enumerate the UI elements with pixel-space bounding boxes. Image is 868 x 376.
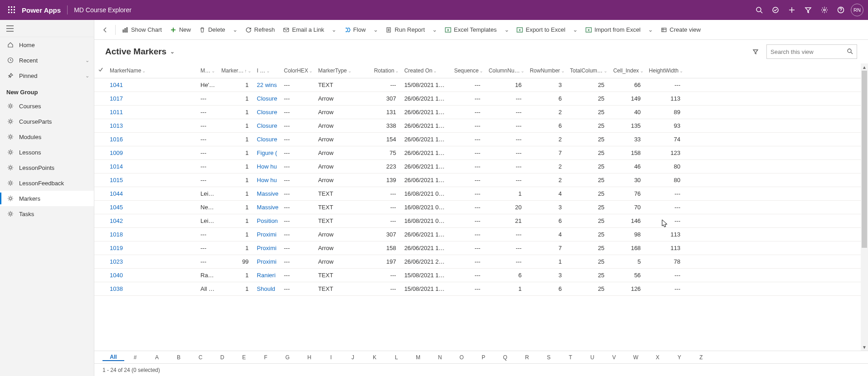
nav-item-lessonpoints[interactable]: LessonPoints (0, 160, 94, 175)
nav-item-markers[interactable]: Markers (0, 191, 94, 206)
alpha-jump-e[interactable]: E (233, 354, 255, 361)
alpha-jump-u[interactable]: U (581, 354, 603, 361)
add-icon[interactable] (784, 2, 800, 18)
column-header[interactable]: TotalColum…⌄ (567, 63, 610, 78)
row-checkbox[interactable] (94, 146, 107, 159)
row-checkbox[interactable] (94, 119, 107, 132)
table-row[interactable]: 1041He'…122 wins---TEXT---15/08/2021 1…-… (94, 78, 861, 92)
nav-recent[interactable]: Recent ⌄ (0, 53, 94, 68)
row-checkbox[interactable] (94, 78, 107, 92)
table-row[interactable]: 1014---1How hu---Arrow22326/06/2021 1…--… (94, 159, 861, 173)
marker-name-link[interactable]: 1015 (110, 177, 123, 183)
related-link[interactable]: Figure ( (257, 149, 277, 156)
alpha-jump-c[interactable]: C (190, 354, 211, 361)
marker-name-link[interactable]: 1044 (110, 190, 123, 197)
chevron-down-icon[interactable]: ⌄ (142, 68, 146, 73)
alpha-jump-k[interactable]: K (364, 354, 385, 361)
alpha-jump-f[interactable]: F (255, 354, 277, 361)
alpha-jump-x[interactable]: X (647, 354, 668, 361)
search-icon[interactable] (847, 48, 853, 56)
export-excel-split[interactable]: ⌄ (570, 26, 581, 33)
excel-templates-button[interactable]: XExcel Templates (441, 23, 500, 37)
table-row[interactable]: 1013---1Closure---Arrow33826/06/2021 1…-… (94, 119, 861, 132)
chevron-down-icon[interactable]: ⌄ (561, 68, 565, 73)
nav-collapse-button[interactable] (0, 20, 94, 37)
flow-split[interactable]: ⌄ (370, 26, 381, 33)
filter-icon[interactable] (800, 2, 816, 18)
email-split[interactable]: ⌄ (329, 26, 340, 33)
column-header[interactable]: I …⌄ (254, 63, 281, 78)
scroll-down-arrow[interactable]: ▼ (861, 343, 868, 351)
related-link[interactable]: Closure (257, 136, 277, 143)
column-header[interactable]: Marker…↑⌄ (219, 63, 254, 78)
marker-name-link[interactable]: 1038 (110, 285, 123, 292)
import-excel-split[interactable]: ⌄ (645, 26, 656, 33)
row-checkbox[interactable] (94, 105, 107, 119)
nav-pinned[interactable]: Pinned ⌄ (0, 68, 94, 83)
related-link[interactable]: Closure (257, 122, 277, 129)
nav-item-courseparts[interactable]: CourseParts (0, 114, 94, 129)
row-checkbox[interactable] (94, 214, 107, 227)
chevron-down-icon[interactable]: ⌄ (640, 68, 644, 73)
row-checkbox[interactable] (94, 282, 107, 295)
chevron-down-icon[interactable]: ⌄ (395, 68, 399, 73)
table-row[interactable]: 1040Ra…1Ranieri---TEXT---15/08/2021 1…--… (94, 268, 861, 282)
chevron-down-icon[interactable]: ⌄ (521, 68, 524, 73)
related-link[interactable]: Massive (257, 204, 278, 211)
row-checkbox[interactable] (94, 132, 107, 146)
marker-name-link[interactable]: 1042 (110, 217, 123, 224)
chevron-down-icon[interactable]: ⌄ (248, 68, 251, 73)
chevron-down-icon[interactable]: ⌄ (309, 68, 312, 73)
related-link[interactable]: How hu (257, 177, 277, 183)
row-checkbox[interactable] (94, 173, 107, 187)
marker-name-link[interactable]: 1019 (110, 245, 123, 251)
chevron-down-icon[interactable]: ⌄ (679, 68, 683, 73)
run-report-button[interactable]: Run Report (382, 23, 428, 37)
marker-name-link[interactable]: 1009 (110, 149, 123, 156)
alpha-jump-m[interactable]: M (407, 354, 429, 361)
table-row[interactable]: 1023---99Proximi---Arrow19726/06/2021 2…… (94, 255, 861, 268)
column-header[interactable]: Created On⌄ (401, 63, 451, 78)
export-excel-button[interactable]: XExport to Excel (513, 23, 569, 37)
marker-name-link[interactable]: 1017 (110, 95, 123, 102)
chevron-down-icon[interactable]: ⌄ (211, 68, 215, 73)
marker-name-link[interactable]: 1014 (110, 163, 123, 170)
alpha-jump-d[interactable]: D (211, 354, 233, 361)
delete-button[interactable]: Delete (195, 23, 229, 37)
alpha-jump-l[interactable]: L (385, 354, 407, 361)
view-selector[interactable]: Active Markers ⌄ (105, 47, 175, 57)
table-row[interactable]: 1015---1How hu---Arrow13926/06/2021 1…--… (94, 173, 861, 187)
task-icon[interactable] (767, 2, 784, 18)
excel-templates-split[interactable]: ⌄ (501, 26, 512, 33)
related-link[interactable]: 22 wins (257, 82, 277, 88)
view-search[interactable] (766, 44, 857, 59)
table-row[interactable]: 1019---1Proximi---Arrow15826/06/2021 1…-… (94, 241, 861, 255)
column-header[interactable]: ColorHEX⌄ (281, 63, 315, 78)
vertical-scrollbar[interactable]: ▲ ▼ (861, 63, 868, 351)
table-row[interactable]: 1009---1Figure (---Arrow7526/06/2021 1…-… (94, 146, 861, 159)
table-row[interactable]: 1018---1Proximi---Arrow30726/06/2021 1…-… (94, 227, 861, 241)
table-row[interactable]: 1011---1Closure---Arrow13126/06/2021 1…-… (94, 105, 861, 119)
related-link[interactable]: How hu (257, 163, 277, 170)
alpha-jump-w[interactable]: W (625, 354, 647, 361)
nav-item-lessonfeedback[interactable]: LessonFeedback (0, 175, 94, 191)
alpha-jump-s[interactable]: S (538, 354, 560, 361)
nav-item-courses[interactable]: Courses (0, 98, 94, 114)
run-report-split[interactable]: ⌄ (429, 26, 440, 33)
marker-name-link[interactable]: 1040 (110, 272, 123, 279)
related-link[interactable]: Closure (257, 95, 277, 102)
table-row[interactable]: 1042Lei…1Position---TEXT---16/08/2021 0…… (94, 214, 861, 227)
row-checkbox[interactable] (94, 255, 107, 268)
data-grid[interactable]: MarkerName⌄M…⌄Marker…↑⌄I …⌄ColorHEX⌄Mark… (94, 63, 861, 351)
alpha-jump-o[interactable]: O (451, 354, 473, 361)
related-link[interactable]: Position (257, 217, 278, 224)
marker-name-link[interactable]: 1016 (110, 136, 123, 143)
alpha-jump-a[interactable]: A (146, 354, 168, 361)
row-checkbox[interactable] (94, 200, 107, 214)
alpha-jump-n[interactable]: N (429, 354, 451, 361)
column-header[interactable]: Cell_Index⌄ (610, 63, 646, 78)
scrollbar-thumb[interactable] (862, 71, 867, 248)
related-link[interactable]: Proximi (257, 231, 276, 238)
marker-name-link[interactable]: 1045 (110, 204, 123, 211)
user-avatar[interactable]: RN (851, 4, 863, 16)
